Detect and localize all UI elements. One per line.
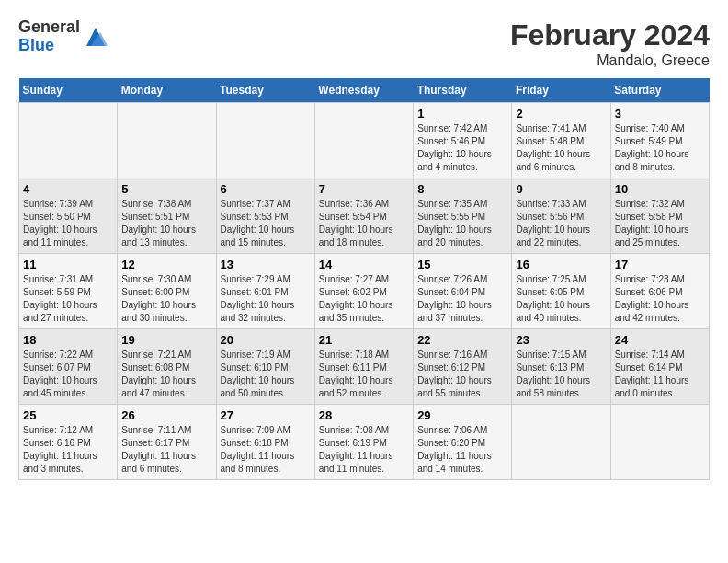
day-number: 14 <box>319 258 409 271</box>
day-info: Sunrise: 7:12 AM Sunset: 6:16 PM Dayligh… <box>23 424 113 476</box>
day-number: 22 <box>417 333 507 347</box>
day-info: Sunrise: 7:18 AM Sunset: 6:11 PM Dayligh… <box>319 349 409 400</box>
day-info: Sunrise: 7:32 AM Sunset: 5:58 PM Dayligh… <box>615 198 705 249</box>
weekday-header-tuesday: Tuesday <box>216 78 314 103</box>
day-info: Sunrise: 7:41 AM Sunset: 5:48 PM Dayligh… <box>516 122 606 174</box>
calendar-cell: 28Sunrise: 7:08 AM Sunset: 6:19 PM Dayli… <box>314 405 413 480</box>
calendar-week-row: 4Sunrise: 7:39 AM Sunset: 5:50 PM Daylig… <box>19 178 710 254</box>
calendar-cell: 12Sunrise: 7:30 AM Sunset: 6:00 PM Dayli… <box>118 254 216 329</box>
calendar-cell: 6Sunrise: 7:37 AM Sunset: 5:53 PM Daylig… <box>216 178 314 254</box>
calendar-cell: 11Sunrise: 7:31 AM Sunset: 5:59 PM Dayli… <box>19 254 118 329</box>
day-number: 1 <box>417 107 507 121</box>
day-number: 12 <box>121 258 211 271</box>
calendar-cell: 29Sunrise: 7:06 AM Sunset: 6:20 PM Dayli… <box>414 405 512 480</box>
calendar-cell: 4Sunrise: 7:39 AM Sunset: 5:50 PM Daylig… <box>19 178 118 254</box>
day-number: 28 <box>319 408 409 422</box>
day-info: Sunrise: 7:39 AM Sunset: 5:50 PM Dayligh… <box>23 198 113 249</box>
day-info: Sunrise: 7:21 AM Sunset: 6:08 PM Dayligh… <box>121 349 211 400</box>
day-info: Sunrise: 7:25 AM Sunset: 6:05 PM Dayligh… <box>516 273 606 325</box>
calendar-cell: 23Sunrise: 7:15 AM Sunset: 6:13 PM Dayli… <box>512 329 610 405</box>
day-number: 6 <box>221 182 311 196</box>
day-info: Sunrise: 7:29 AM Sunset: 6:01 PM Dayligh… <box>221 273 311 325</box>
weekday-header-saturday: Saturday <box>610 78 709 103</box>
calendar-cell: 26Sunrise: 7:11 AM Sunset: 6:17 PM Dayli… <box>118 405 216 480</box>
day-number: 18 <box>23 333 113 347</box>
calendar-cell: 22Sunrise: 7:16 AM Sunset: 6:12 PM Dayli… <box>414 329 512 405</box>
page-header: General Blue February 2024 Mandalo, Gree… <box>18 18 710 69</box>
calendar-cell: 13Sunrise: 7:29 AM Sunset: 6:01 PM Dayli… <box>216 254 314 329</box>
day-number: 24 <box>615 333 705 347</box>
day-info: Sunrise: 7:14 AM Sunset: 6:14 PM Dayligh… <box>615 349 705 400</box>
day-info: Sunrise: 7:33 AM Sunset: 5:56 PM Dayligh… <box>516 198 606 249</box>
day-number: 27 <box>221 408 311 422</box>
weekday-header-wednesday: Wednesday <box>314 78 413 103</box>
calendar-table: SundayMondayTuesdayWednesdayThursdayFrid… <box>18 78 710 480</box>
calendar-cell: 20Sunrise: 7:19 AM Sunset: 6:10 PM Dayli… <box>216 329 314 405</box>
calendar-header: SundayMondayTuesdayWednesdayThursdayFrid… <box>19 78 710 103</box>
logo-general-text: General <box>18 18 80 37</box>
day-number: 3 <box>615 107 705 121</box>
calendar-cell: 25Sunrise: 7:12 AM Sunset: 6:16 PM Dayli… <box>19 405 118 480</box>
calendar-cell: 3Sunrise: 7:40 AM Sunset: 5:49 PM Daylig… <box>610 103 709 178</box>
calendar-cell <box>118 103 216 178</box>
calendar-cell: 17Sunrise: 7:23 AM Sunset: 6:06 PM Dayli… <box>610 254 709 329</box>
calendar-cell: 2Sunrise: 7:41 AM Sunset: 5:48 PM Daylig… <box>512 103 610 178</box>
logo: General Blue <box>18 18 109 55</box>
calendar-cell <box>610 405 709 480</box>
calendar-cell: 5Sunrise: 7:38 AM Sunset: 5:51 PM Daylig… <box>118 178 216 254</box>
day-info: Sunrise: 7:08 AM Sunset: 6:19 PM Dayligh… <box>319 424 409 476</box>
logo-icon <box>82 23 109 51</box>
calendar-cell: 14Sunrise: 7:27 AM Sunset: 6:02 PM Dayli… <box>314 254 413 329</box>
calendar-week-row: 18Sunrise: 7:22 AM Sunset: 6:07 PM Dayli… <box>19 329 710 405</box>
day-info: Sunrise: 7:26 AM Sunset: 6:04 PM Dayligh… <box>417 273 507 325</box>
calendar-cell: 9Sunrise: 7:33 AM Sunset: 5:56 PM Daylig… <box>512 178 610 254</box>
logo-blue-text: Blue <box>18 37 80 55</box>
calendar-cell: 15Sunrise: 7:26 AM Sunset: 6:04 PM Dayli… <box>414 254 512 329</box>
calendar-cell <box>314 103 413 178</box>
calendar-week-row: 11Sunrise: 7:31 AM Sunset: 5:59 PM Dayli… <box>19 254 710 329</box>
day-info: Sunrise: 7:22 AM Sunset: 6:07 PM Dayligh… <box>23 349 113 400</box>
weekday-header-row: SundayMondayTuesdayWednesdayThursdayFrid… <box>19 78 710 103</box>
day-info: Sunrise: 7:36 AM Sunset: 5:54 PM Dayligh… <box>319 198 409 249</box>
day-info: Sunrise: 7:09 AM Sunset: 6:18 PM Dayligh… <box>221 424 311 476</box>
weekday-header-sunday: Sunday <box>19 78 118 103</box>
day-number: 8 <box>417 182 507 196</box>
day-number: 16 <box>516 258 606 271</box>
weekday-header-monday: Monday <box>118 78 216 103</box>
calendar-cell: 24Sunrise: 7:14 AM Sunset: 6:14 PM Dayli… <box>610 329 709 405</box>
day-info: Sunrise: 7:27 AM Sunset: 6:02 PM Dayligh… <box>319 273 409 325</box>
page-title: February 2024 <box>510 18 710 52</box>
calendar-cell: 18Sunrise: 7:22 AM Sunset: 6:07 PM Dayli… <box>19 329 118 405</box>
calendar-cell <box>19 103 118 178</box>
weekday-header-thursday: Thursday <box>414 78 512 103</box>
day-number: 25 <box>23 408 113 422</box>
day-number: 11 <box>23 258 113 271</box>
day-info: Sunrise: 7:15 AM Sunset: 6:13 PM Dayligh… <box>516 349 606 400</box>
day-number: 10 <box>615 182 705 196</box>
day-number: 17 <box>615 258 705 271</box>
day-info: Sunrise: 7:37 AM Sunset: 5:53 PM Dayligh… <box>221 198 311 249</box>
calendar-cell <box>512 405 610 480</box>
calendar-body: 1Sunrise: 7:42 AM Sunset: 5:46 PM Daylig… <box>19 103 710 480</box>
day-info: Sunrise: 7:35 AM Sunset: 5:55 PM Dayligh… <box>417 198 507 249</box>
day-number: 13 <box>221 258 311 271</box>
day-number: 9 <box>516 182 606 196</box>
day-number: 15 <box>417 258 507 271</box>
day-number: 21 <box>319 333 409 347</box>
calendar-cell: 8Sunrise: 7:35 AM Sunset: 5:55 PM Daylig… <box>414 178 512 254</box>
calendar-week-row: 1Sunrise: 7:42 AM Sunset: 5:46 PM Daylig… <box>19 103 710 178</box>
day-number: 5 <box>121 182 211 196</box>
weekday-header-friday: Friday <box>512 78 610 103</box>
day-info: Sunrise: 7:16 AM Sunset: 6:12 PM Dayligh… <box>417 349 507 400</box>
calendar-cell: 16Sunrise: 7:25 AM Sunset: 6:05 PM Dayli… <box>512 254 610 329</box>
calendar-cell: 1Sunrise: 7:42 AM Sunset: 5:46 PM Daylig… <box>414 103 512 178</box>
day-number: 26 <box>121 408 211 422</box>
calendar-cell: 7Sunrise: 7:36 AM Sunset: 5:54 PM Daylig… <box>314 178 413 254</box>
day-number: 4 <box>23 182 113 196</box>
day-number: 7 <box>319 182 409 196</box>
page-subtitle: Mandalo, Greece <box>510 52 710 69</box>
title-block: February 2024 Mandalo, Greece <box>510 18 710 69</box>
calendar-cell <box>216 103 314 178</box>
day-number: 20 <box>221 333 311 347</box>
day-info: Sunrise: 7:23 AM Sunset: 6:06 PM Dayligh… <box>615 273 705 325</box>
